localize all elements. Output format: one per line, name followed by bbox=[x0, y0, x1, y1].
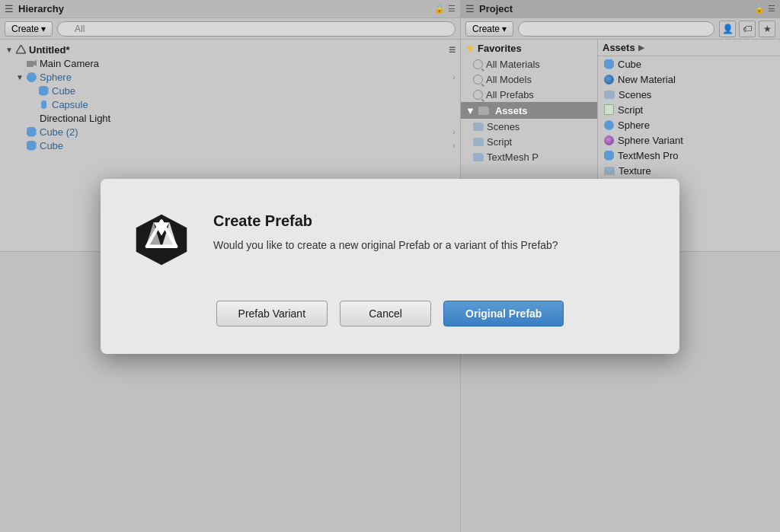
original-prefab-button[interactable]: Original Prefab bbox=[443, 301, 564, 327]
cancel-button[interactable]: Cancel bbox=[340, 301, 431, 327]
modal-overlay: Create Prefab Would you like to create a… bbox=[0, 0, 780, 532]
modal-top: Create Prefab Would you like to create a… bbox=[131, 209, 649, 270]
prefab-variant-button[interactable]: Prefab Variant bbox=[216, 301, 328, 327]
modal-buttons: Prefab Variant Cancel Original Prefab bbox=[131, 301, 649, 327]
modal-description: Would you like to create a new original … bbox=[213, 237, 649, 253]
modal-title: Create Prefab bbox=[213, 212, 649, 230]
modal-unity-logo bbox=[131, 209, 192, 270]
modal-text-area: Create Prefab Would you like to create a… bbox=[213, 209, 649, 253]
create-prefab-dialog: Create Prefab Would you like to create a… bbox=[101, 179, 679, 354]
